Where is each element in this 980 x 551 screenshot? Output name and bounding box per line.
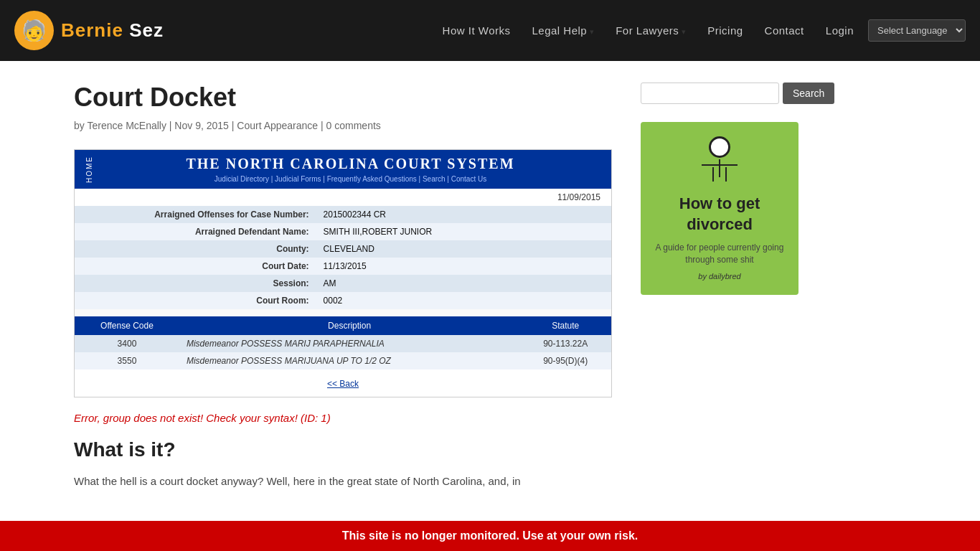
field-value: 2015002344 CR xyxy=(316,206,611,223)
back-link[interactable]: << Back xyxy=(327,379,359,389)
search-button[interactable]: Search xyxy=(783,83,834,104)
offense-row: 3550Misdemeanor POSSESS MARIJUANA UP TO … xyxy=(75,352,611,369)
offense-description: Misdemeanor POSSESS MARIJUANA UP TO 1/2 … xyxy=(179,352,519,369)
ad-subtitle: A guide for people currently going throu… xyxy=(651,242,788,266)
language-selector-wrapper[interactable]: Select Language xyxy=(868,19,966,42)
figure-leg-left xyxy=(712,167,714,182)
navigation: 🧓 Bernie Sez How It Works Legal Help For… xyxy=(0,0,980,61)
offense-code: 3550 xyxy=(75,352,179,369)
category-link[interactable]: Court Appearance xyxy=(237,120,318,131)
figure-leg-right xyxy=(725,167,727,182)
docket-field-row: Arraigned Offenses for Case Number:20150… xyxy=(75,206,611,223)
back-link-wrapper: << Back xyxy=(75,369,611,397)
offense-statute: 90-95(D)(4) xyxy=(519,352,611,369)
what-is-it-text: What the hell is a court docket anyway? … xyxy=(74,472,612,491)
search-widget: Search xyxy=(641,83,798,104)
field-label: Arraigned Offenses for Case Number: xyxy=(75,206,316,223)
docket-field-row: Arraigned Defendant Name:SMITH III,ROBER… xyxy=(75,223,611,240)
nav-link-pricing[interactable]: Pricing xyxy=(707,24,743,37)
docket-image: HOME The North Carolina Court System Jud… xyxy=(74,149,612,397)
comments-link[interactable]: 0 comments xyxy=(326,120,381,131)
docket-offense-table: Offense Code Description Statute 3400Mis… xyxy=(75,316,611,369)
field-label: Court Room: xyxy=(75,292,316,309)
logo-text: Bernie Sez xyxy=(61,19,164,42)
field-value: AM xyxy=(316,275,611,292)
nav-link-how-it-works[interactable]: How It Works xyxy=(443,24,511,37)
col-statute: Statute xyxy=(519,316,611,335)
field-value: 0002 xyxy=(316,292,611,309)
search-form: Search xyxy=(641,83,798,104)
main-content: Court Docket by Terence McEnally | Nov 9… xyxy=(74,83,612,491)
nav-item-contact[interactable]: Contact xyxy=(765,24,804,37)
what-is-it-title: What is it? xyxy=(74,438,612,461)
page-container: Court Docket by Terence McEnally | Nov 9… xyxy=(60,61,920,512)
field-value: CLEVELAND xyxy=(316,240,611,258)
nav-item-legal-help[interactable]: Legal Help xyxy=(532,24,594,37)
nav-item-pricing[interactable]: Pricing xyxy=(707,24,743,37)
search-input[interactable] xyxy=(641,83,779,104)
court-subtitle: Judicial Directory | Judicial Forms | Fr… xyxy=(100,175,600,183)
nav-item-for-lawyers[interactable]: For Lawyers xyxy=(616,24,686,37)
field-label: Court Date: xyxy=(75,258,316,275)
docket-field-row: Court Room:0002 xyxy=(75,292,611,309)
ad-by: by dailybred xyxy=(651,272,788,281)
stick-figure xyxy=(698,136,741,187)
language-select[interactable]: Select Language xyxy=(868,19,966,42)
nav-link-for-lawyers[interactable]: For Lawyers xyxy=(616,24,679,37)
post-title: Court Docket xyxy=(74,83,612,113)
post-meta: by Terence McEnally | Nov 9, 2015 | Cour… xyxy=(74,120,612,131)
nav-link-legal-help[interactable]: Legal Help xyxy=(532,24,587,37)
figure-head xyxy=(709,136,730,158)
col-description: Description xyxy=(179,316,519,335)
nav-item-login[interactable]: Login xyxy=(826,24,854,37)
author-link[interactable]: Terence McEnally xyxy=(87,120,166,131)
field-value: SMITH III,ROBERT JUNIOR xyxy=(316,223,611,240)
logo-icon: 🧓 xyxy=(14,11,54,50)
field-label: Session: xyxy=(75,275,316,292)
sidebar: Search How to get divorced A guide for p… xyxy=(641,83,798,491)
figure-arms xyxy=(702,164,738,166)
docket-date: 11/09/2015 xyxy=(75,189,611,206)
docket-field-row: Court Date:11/13/2015 xyxy=(75,258,611,275)
docket-home-label: HOME xyxy=(85,156,93,183)
docket-field-row: Session:AM xyxy=(75,275,611,292)
docket-header: HOME The North Carolina Court System Jud… xyxy=(75,150,611,189)
offense-row: 3400Misdemeanor POSSESS MARIJ PARAPHERNA… xyxy=(75,335,611,352)
nav-link-contact[interactable]: Contact xyxy=(765,24,804,37)
site-logo[interactable]: 🧓 Bernie Sez xyxy=(14,11,164,50)
field-label: Arraigned Defendant Name: xyxy=(75,223,316,240)
offense-description: Misdemeanor POSSESS MARIJ PARAPHERNALIA xyxy=(179,335,519,352)
nav-link-login[interactable]: Login xyxy=(826,24,854,37)
field-value: 11/13/2015 xyxy=(316,258,611,275)
sidebar-ad[interactable]: How to get divorced A guide for people c… xyxy=(641,122,798,295)
offense-header-row: Offense Code Description Statute xyxy=(75,316,611,335)
offense-code: 3400 xyxy=(75,335,179,352)
nav-links: How It Works Legal Help For Lawyers Pric… xyxy=(443,24,854,37)
docket-header-title: The North Carolina Court System Judicial… xyxy=(100,156,600,183)
post-date: Nov 9, 2015 xyxy=(174,120,229,131)
figure-legs xyxy=(698,167,741,182)
nav-item-how-it-works[interactable]: How It Works xyxy=(443,24,511,37)
meta-by: by xyxy=(74,120,85,131)
docket-info-table: Arraigned Offenses for Case Number:20150… xyxy=(75,206,611,309)
col-offense-code: Offense Code xyxy=(75,316,179,335)
ad-title: How to get divorced xyxy=(651,194,788,235)
error-message: Error, group does not exist! Check your … xyxy=(74,412,612,424)
docket-field-row: County:CLEVELAND xyxy=(75,240,611,258)
field-label: County: xyxy=(75,240,316,258)
offense-statute: 90-113.22A xyxy=(519,335,611,352)
court-name: The North Carolina Court System xyxy=(100,156,600,172)
